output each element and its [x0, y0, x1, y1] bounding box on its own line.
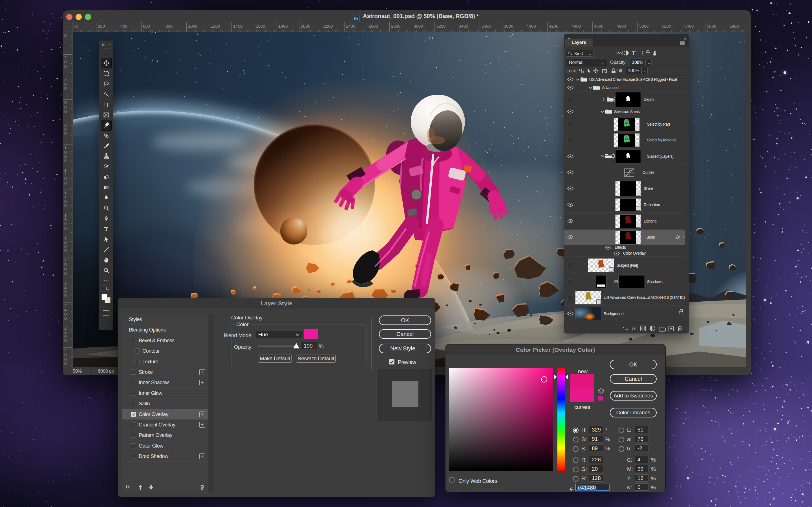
svg-text:fx: fx — [632, 326, 636, 331]
